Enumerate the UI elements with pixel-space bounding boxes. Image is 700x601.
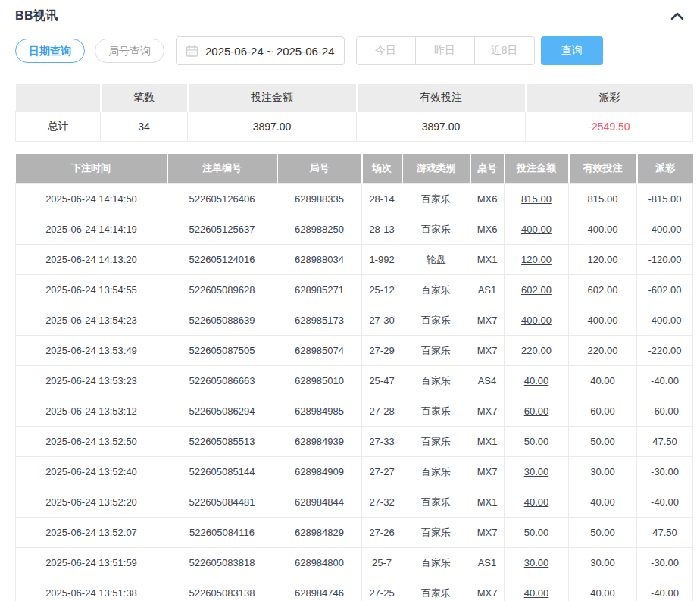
cell-payout: -30.00 — [637, 457, 693, 487]
last-8-days-button[interactable]: 近8日 — [475, 37, 534, 64]
bet-amount-link[interactable]: 30.00 — [505, 457, 569, 487]
cell-payout: -602.00 — [637, 275, 693, 305]
records-header-row: 下注时间注单编号局号场次游戏类别桌号投注金额有效投注派彩 — [16, 154, 693, 184]
cell-round-id: 628985173 — [277, 305, 362, 336]
cell-bet-time: 2025-06-24 13:53:12 — [16, 396, 167, 427]
cell-payout: 47.50 — [637, 427, 693, 457]
cell-bet-id: 522605088639 — [167, 305, 277, 336]
cell-payout: -815.00 — [637, 184, 693, 214]
cell-game-type: 百家乐 — [402, 275, 470, 305]
cell-payout: -30.00 — [637, 548, 693, 578]
cell-bet-time: 2025-06-24 13:52:40 — [16, 457, 167, 487]
page-title: BB视讯 — [15, 8, 58, 24]
cell-table-id: AS1 — [470, 275, 505, 305]
bet-amount-link[interactable]: 50.00 — [505, 518, 569, 548]
col-header-valid-bet: 有效投注 — [569, 154, 637, 184]
cell-table-id: MX7 — [470, 457, 505, 487]
table-row: 2025-06-24 13:52:50522605085513628984939… — [16, 427, 693, 457]
cell-session: 27-30 — [362, 305, 402, 336]
cell-session: 27-25 — [362, 578, 402, 601]
col-header-session: 场次 — [362, 154, 402, 184]
bet-amount-link[interactable]: 815.00 — [505, 184, 569, 214]
bet-amount-link[interactable]: 40.00 — [505, 578, 569, 601]
cell-bet-time: 2025-06-24 13:51:59 — [16, 548, 167, 578]
cell-table-id: MX7 — [470, 578, 505, 601]
cell-bet-id: 522605084116 — [167, 518, 277, 548]
cell-session: 27-32 — [362, 487, 402, 518]
cell-game-type: 百家乐 — [402, 548, 470, 578]
summary-col-header: 有效投注 — [357, 84, 526, 111]
date-range-value: 2025-06-24 ~ 2025-06-24 — [205, 45, 335, 58]
cell-round-id: 628984800 — [277, 548, 362, 578]
cell-bet-time: 2025-06-24 14:13:20 — [16, 245, 167, 275]
table-row: 2025-06-24 14:14:19522605125637628988250… — [16, 214, 693, 245]
cell-table-id: MX7 — [470, 336, 505, 366]
cell-payout: -120.00 — [637, 245, 693, 275]
cell-payout: -40.00 — [637, 487, 693, 518]
cell-round-id: 628984829 — [277, 518, 362, 548]
cell-table-id: MX7 — [470, 396, 505, 427]
cell-game-type: 百家乐 — [402, 518, 470, 548]
cell-session: 27-33 — [362, 427, 402, 457]
bet-amount-link[interactable]: 30.00 — [505, 548, 569, 578]
cell-bet-id: 522605087505 — [167, 336, 277, 366]
yesterday-button[interactable]: 昨日 — [416, 37, 475, 64]
date-range-input[interactable]: 2025-06-24 ~ 2025-06-24 — [176, 36, 345, 65]
cell-table-id: MX6 — [470, 214, 505, 245]
calendar-icon — [186, 45, 198, 58]
search-button[interactable]: 查询 — [541, 36, 603, 65]
table-row: 2025-06-24 13:52:07522605084116628984829… — [16, 518, 693, 548]
table-row: 2025-06-24 13:51:59522605083818628984800… — [16, 548, 693, 578]
date-query-tab[interactable]: 日期查询 — [15, 39, 85, 63]
cell-bet-id: 522605125637 — [167, 214, 277, 245]
cell-session: 25-47 — [362, 366, 402, 396]
cell-bet-id: 522605126406 — [167, 184, 277, 214]
cell-bet-time: 2025-06-24 13:53:23 — [16, 366, 167, 396]
bet-amount-link[interactable]: 60.00 — [505, 396, 569, 427]
cell-payout: -220.00 — [637, 336, 693, 366]
col-header-payout: 派彩 — [637, 154, 693, 184]
round-query-tab[interactable]: 局号查询 — [95, 39, 164, 63]
summary-col-header: 投注金额 — [188, 84, 357, 111]
summary-value: 3897.00 — [357, 111, 526, 141]
cell-table-id: MX7 — [470, 305, 505, 336]
cell-session: 28-13 — [362, 214, 402, 245]
cell-game-type: 百家乐 — [402, 427, 470, 457]
cell-payout: -400.00 — [637, 214, 693, 245]
bet-amount-link[interactable]: 40.00 — [505, 366, 569, 396]
col-header-bet-amount: 投注金额 — [505, 154, 569, 184]
bet-amount-link[interactable]: 400.00 — [505, 305, 569, 336]
table-row: 2025-06-24 13:52:40522605085144628984909… — [16, 457, 693, 487]
table-row: 2025-06-24 13:53:23522605086663628985010… — [16, 366, 693, 396]
cell-valid-bet: 120.00 — [569, 245, 637, 275]
cell-bet-time: 2025-06-24 13:54:55 — [16, 275, 167, 305]
cell-valid-bet: 30.00 — [569, 548, 637, 578]
bet-amount-link[interactable]: 220.00 — [505, 336, 569, 366]
collapse-chevron-icon[interactable] — [670, 11, 685, 21]
bet-amount-link[interactable]: 120.00 — [505, 245, 569, 275]
bet-records-table: 下注时间注单编号局号场次游戏类别桌号投注金额有效投注派彩 2025-06-24 … — [15, 154, 693, 601]
cell-round-id: 628988250 — [277, 214, 362, 245]
cell-table-id: MX1 — [470, 487, 505, 518]
cell-game-type: 百家乐 — [402, 487, 470, 518]
cell-round-id: 628984844 — [277, 487, 362, 518]
cell-game-type: 百家乐 — [402, 336, 470, 366]
cell-payout: -60.00 — [637, 396, 693, 427]
cell-session: 27-28 — [362, 396, 402, 427]
cell-payout: 47.50 — [637, 518, 693, 548]
bet-amount-link[interactable]: 50.00 — [505, 427, 569, 457]
table-row: 2025-06-24 13:54:55522605089628628985271… — [16, 275, 693, 305]
bet-amount-link[interactable]: 40.00 — [505, 487, 569, 518]
summary-value: -2549.50 — [526, 111, 693, 141]
cell-session: 25-12 — [362, 275, 402, 305]
cell-game-type: 百家乐 — [402, 578, 470, 601]
bet-amount-link[interactable]: 602.00 — [505, 275, 569, 305]
cell-valid-bet: 400.00 — [569, 305, 637, 336]
cell-table-id: MX6 — [470, 184, 505, 214]
cell-session: 27-27 — [362, 457, 402, 487]
bet-amount-link[interactable]: 400.00 — [505, 214, 569, 245]
today-button[interactable]: 今日 — [357, 37, 416, 64]
table-row: 2025-06-24 14:13:20522605124016628988034… — [16, 245, 693, 275]
cell-round-id: 628985074 — [277, 336, 362, 366]
cell-valid-bet: 30.00 — [569, 457, 637, 487]
